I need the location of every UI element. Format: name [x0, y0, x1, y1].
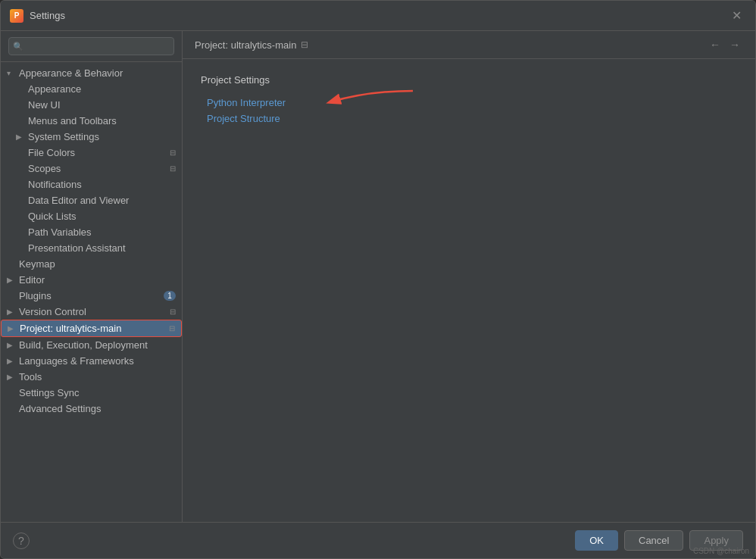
sidebar-item-label: Project: ultralytics-main — [20, 323, 166, 334]
sidebar-item-appearance[interactable]: Appearance — [1, 81, 182, 97]
breadcrumb-bar: Project: ultralytics-main ⊟ ← → — [183, 31, 755, 59]
sidebar-item-label: Appearance — [28, 83, 176, 95]
sidebar-item-label: Build, Execution, Deployment — [19, 339, 176, 351]
sidebar-item-label: Notifications — [28, 179, 176, 190]
pin-icon: ⊟ — [170, 308, 176, 316]
sidebar-item-label: Path Variables — [28, 226, 176, 238]
dialog-title: Settings — [30, 10, 65, 21]
section-title: Project Settings — [201, 74, 737, 86]
sidebar-item-label: Presentation Assistant — [28, 242, 176, 254]
pin-icon: ⊟ — [169, 324, 175, 333]
sidebar-item-tools[interactable]: ▶ Tools — [1, 369, 182, 385]
sidebar-item-languages-frameworks[interactable]: ▶ Languages & Frameworks — [1, 353, 182, 369]
arrow-icon: ▶ — [8, 324, 18, 333]
sidebar-item-label: System Settings — [28, 131, 176, 142]
sidebar-item-system-settings[interactable]: ▶ System Settings — [1, 129, 182, 145]
breadcrumb-icon: ⊟ — [301, 39, 308, 50]
plugins-badge: 1 — [164, 291, 176, 301]
sidebar-item-menus-toolbars[interactable]: Menus and Toolbars — [1, 113, 182, 129]
arrow-icon: ▶ — [16, 133, 27, 141]
sidebar-item-label: New UI — [28, 99, 176, 111]
pin-icon: ⊟ — [170, 164, 176, 173]
sidebar-item-appearance-behavior[interactable]: ▾ Appearance & Behavior — [1, 65, 182, 81]
arrow-icon: ▶ — [7, 276, 17, 284]
nav-back-button[interactable]: ← — [707, 37, 723, 52]
sidebar-item-label: Languages & Frameworks — [19, 355, 176, 367]
search-input[interactable] — [8, 37, 174, 55]
breadcrumb-nav: ← → — [707, 37, 743, 52]
bottom-bar: ? OK Cancel Apply — [1, 522, 755, 558]
sidebar-item-data-editor[interactable]: Data Editor and Viewer — [1, 192, 182, 208]
settings-dialog: P Settings ✕ ▾ Appearance & Behavior — [0, 0, 756, 559]
sidebar-item-label: File Colors — [28, 147, 167, 158]
nav-forward-button[interactable]: → — [726, 37, 743, 52]
cancel-button[interactable]: Cancel — [624, 530, 683, 551]
python-interpreter-link[interactable]: Python Interpreter — [201, 95, 292, 111]
app-icon: P — [10, 9, 23, 23]
sidebar-item-path-variables[interactable]: Path Variables — [1, 224, 182, 240]
sidebar-item-label: Settings Sync — [19, 387, 176, 398]
sidebar-item-label: Menus and Toolbars — [28, 115, 176, 126]
help-button[interactable]: ? — [13, 532, 30, 549]
sidebar-item-label: Data Editor and Viewer — [28, 195, 176, 206]
arrow-icon: ▶ — [7, 357, 17, 365]
sidebar-item-settings-sync[interactable]: Settings Sync — [1, 385, 182, 401]
arrow-icon: ▾ — [7, 69, 17, 77]
ok-button[interactable]: OK — [575, 530, 618, 551]
title-bar-left: P Settings — [10, 9, 65, 23]
sidebar-item-new-ui[interactable]: New UI — [1, 97, 182, 113]
sidebar-item-editor[interactable]: ▶ Editor — [1, 272, 182, 288]
sidebar-item-project[interactable]: ▶ Project: ultralytics-main ⊟ — [1, 320, 182, 337]
sidebar-item-label: Scopes — [28, 163, 167, 174]
sidebar-item-label: Editor — [19, 274, 176, 286]
breadcrumb-left: Project: ultralytics-main ⊟ — [195, 39, 308, 51]
sidebar-tree: ▾ Appearance & Behavior Appearance New U… — [1, 62, 182, 522]
main-panel: Project: ultralytics-main ⊟ ← → Project … — [183, 31, 755, 522]
links-container: Python Interpreter Project Structure — [201, 95, 292, 126]
sidebar-item-quick-lists[interactable]: Quick Lists — [1, 208, 182, 224]
arrow-annotation — [322, 87, 420, 140]
sidebar: ▾ Appearance & Behavior Appearance New U… — [1, 31, 183, 522]
sidebar-item-label: Version Control — [19, 306, 167, 317]
sidebar-item-notifications[interactable]: Notifications — [1, 176, 182, 192]
sidebar-item-label: Plugins — [19, 290, 164, 301]
arrow-icon: ▶ — [7, 308, 17, 316]
sidebar-item-label: Appearance & Behavior — [19, 67, 176, 79]
sidebar-item-label: Keymap — [19, 258, 176, 270]
search-box — [1, 31, 182, 62]
title-bar: P Settings ✕ — [1, 1, 755, 31]
arrow-icon: ▶ — [7, 341, 17, 349]
sidebar-item-file-colors[interactable]: File Colors ⊟ — [1, 145, 182, 161]
breadcrumb-text: Project: ultralytics-main — [195, 39, 296, 51]
sidebar-item-version-control[interactable]: ▶ Version Control ⊟ — [1, 304, 182, 320]
arrow-icon: ▶ — [7, 373, 17, 381]
sidebar-item-build-execution[interactable]: ▶ Build, Execution, Deployment — [1, 337, 182, 353]
pin-icon: ⊟ — [170, 148, 176, 157]
watermark: CSDN @chairon — [693, 547, 749, 555]
sidebar-item-keymap[interactable]: Keymap — [1, 256, 182, 272]
sidebar-item-plugins[interactable]: Plugins 1 — [1, 288, 182, 304]
close-button[interactable]: ✕ — [727, 7, 746, 24]
search-wrapper — [8, 37, 174, 55]
sidebar-item-scopes[interactable]: Scopes ⊟ — [1, 161, 182, 176]
sidebar-item-presentation-assistant[interactable]: Presentation Assistant — [1, 240, 182, 256]
sidebar-item-advanced-settings[interactable]: Advanced Settings — [1, 401, 182, 417]
panel-content: Project Settings Python Interpreter Proj… — [183, 59, 755, 522]
main-content: ▾ Appearance & Behavior Appearance New U… — [1, 31, 755, 522]
sidebar-item-label: Quick Lists — [28, 211, 176, 222]
project-structure-link[interactable]: Project Structure — [201, 111, 292, 126]
sidebar-item-label: Advanced Settings — [19, 403, 176, 414]
sidebar-item-label: Tools — [19, 371, 176, 383]
